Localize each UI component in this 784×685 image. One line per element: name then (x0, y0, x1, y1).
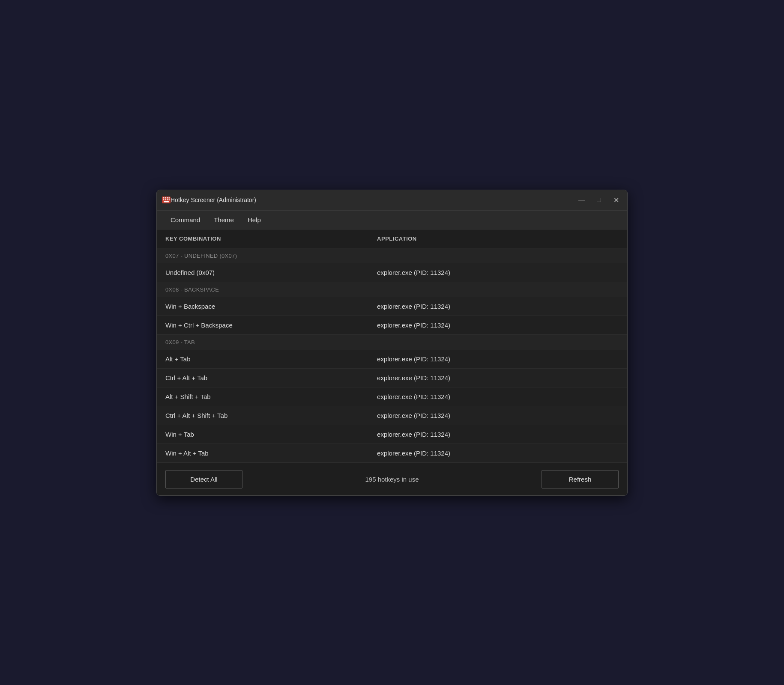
detect-all-button[interactable]: Detect All (165, 470, 242, 488)
application-cell: explorer.exe (PID: 11324) (368, 425, 627, 444)
menu-help[interactable]: Help (242, 214, 266, 226)
close-button[interactable]: ✕ (610, 194, 622, 206)
table-row: Win + Backspaceexplorer.exe (PID: 11324) (157, 297, 627, 316)
refresh-button[interactable]: Refresh (542, 470, 619, 488)
application-cell: explorer.exe (PID: 11324) (368, 297, 627, 316)
key-combination-cell: Win + Ctrl + Backspace (157, 316, 368, 334)
group-header-cell: 0X07 - UNDEFINED (0X07) (157, 248, 627, 263)
application-cell: explorer.exe (PID: 11324) (368, 350, 627, 369)
window-title: Hotkey Screener (Administrator) (171, 197, 576, 203)
group-header-cell: 0X09 - TAB (157, 334, 627, 350)
table-row: Alt + Tabexplorer.exe (PID: 11324) (157, 350, 627, 369)
col-header-app: APPLICATION (368, 229, 627, 248)
main-window: Hotkey Screener (Administrator) — □ ✕ Co… (156, 190, 628, 496)
title-bar: Hotkey Screener (Administrator) — □ ✕ (157, 190, 627, 211)
svg-rect-1 (163, 197, 164, 199)
svg-rect-9 (164, 201, 169, 203)
footer: Detect All 195 hotkeys in use Refresh (157, 463, 627, 495)
svg-rect-4 (169, 197, 170, 199)
application-cell: explorer.exe (PID: 11324) (368, 263, 627, 282)
group-header-row: 0X07 - UNDEFINED (0X07) (157, 248, 627, 263)
table-row: Win + Alt + Tabexplorer.exe (PID: 11324) (157, 444, 627, 462)
table-row: Alt + Shift + Tabexplorer.exe (PID: 1132… (157, 387, 627, 406)
key-combination-cell: Win + Alt + Tab (157, 444, 368, 462)
svg-rect-7 (167, 200, 168, 201)
svg-rect-6 (165, 200, 166, 201)
table-header-row: KEY COMBINATION APPLICATION (157, 229, 627, 248)
menu-bar: Command Theme Help (157, 211, 627, 229)
key-combination-cell: Ctrl + Alt + Shift + Tab (157, 406, 368, 425)
table-row: Win + Tabexplorer.exe (PID: 11324) (157, 425, 627, 444)
table-row: Win + Ctrl + Backspaceexplorer.exe (PID:… (157, 316, 627, 334)
table-row: Ctrl + Alt + Shift + Tabexplorer.exe (PI… (157, 406, 627, 425)
group-header-row: 0X08 - BACKSPACE (157, 282, 627, 297)
menu-command[interactable]: Command (165, 214, 205, 226)
window-controls: — □ ✕ (576, 194, 622, 206)
minimize-button[interactable]: — (576, 194, 588, 206)
application-cell: explorer.exe (PID: 11324) (368, 387, 627, 406)
group-header-cell: 0X08 - BACKSPACE (157, 282, 627, 297)
svg-rect-8 (169, 200, 170, 201)
key-combination-cell: Ctrl + Alt + Tab (157, 368, 368, 387)
svg-rect-3 (167, 197, 168, 199)
hotkey-table: KEY COMBINATION APPLICATION 0X07 - UNDEF… (157, 229, 627, 463)
svg-rect-5 (163, 200, 164, 201)
col-header-key: KEY COMBINATION (157, 229, 368, 248)
table-row: Ctrl + Alt + Tabexplorer.exe (PID: 11324… (157, 368, 627, 387)
svg-rect-2 (165, 197, 166, 199)
key-combination-cell: Alt + Tab (157, 350, 368, 369)
application-cell: explorer.exe (PID: 11324) (368, 444, 627, 462)
application-cell: explorer.exe (PID: 11324) (368, 316, 627, 334)
group-header-row: 0X09 - TAB (157, 334, 627, 350)
table-container[interactable]: KEY COMBINATION APPLICATION 0X07 - UNDEF… (157, 229, 627, 463)
key-combination-cell: Win + Tab (157, 425, 368, 444)
key-combination-cell: Win + Backspace (157, 297, 368, 316)
application-cell: explorer.exe (PID: 11324) (368, 368, 627, 387)
application-cell: explorer.exe (PID: 11324) (368, 406, 627, 425)
key-combination-cell: Alt + Shift + Tab (157, 387, 368, 406)
maximize-button[interactable]: □ (593, 194, 605, 206)
status-text: 195 hotkeys in use (248, 476, 536, 483)
app-icon (162, 197, 171, 203)
menu-theme[interactable]: Theme (209, 214, 239, 226)
key-combination-cell: Undefined (0x07) (157, 263, 368, 282)
table-row: Undefined (0x07)explorer.exe (PID: 11324… (157, 263, 627, 282)
